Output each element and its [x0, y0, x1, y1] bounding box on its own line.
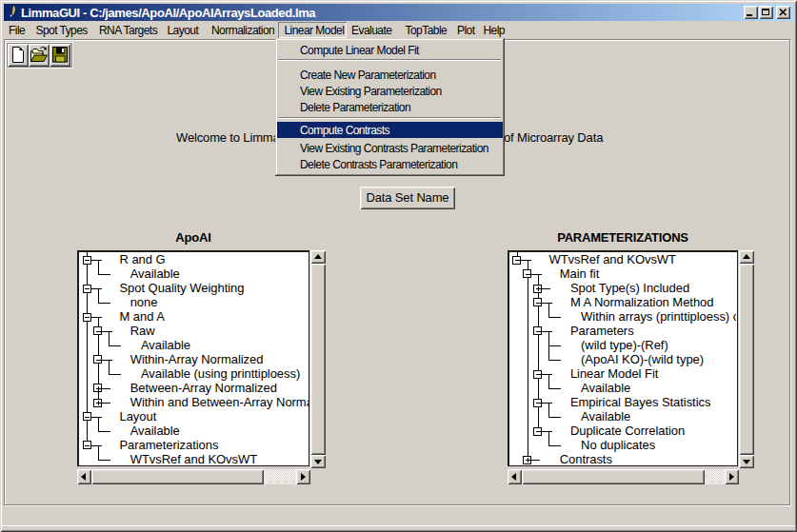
svg-text:M and A: M and A — [120, 309, 166, 324]
svg-text:Empirical Bayes Statistics: Empirical Bayes Statistics — [570, 395, 711, 409]
svg-text:none: none — [130, 295, 158, 309]
svg-text:(wild type)-(Ref): (wild type)-(Ref) — [581, 338, 668, 352]
svg-text:(ApoAI KO)-(wild type): (ApoAI KO)-(wild type) — [581, 352, 704, 366]
svg-text:Within-Array Normalized: Within-Array Normalized — [130, 352, 264, 366]
svg-text:Duplicate Correlation: Duplicate Correlation — [570, 424, 685, 438]
svg-text:Within and Between-Array Norma: Within and Between-Array Normalized — [130, 395, 309, 409]
svg-text:Within arrays (printtiploess): Within arrays (printtiploess) only — [581, 309, 736, 324]
svg-text:Layout: Layout — [120, 409, 157, 424]
svg-text:Spot Quality Weighting: Spot Quality Weighting — [120, 281, 245, 295]
svg-text:Parameterizations: Parameterizations — [120, 438, 219, 452]
svg-text:Available: Available — [130, 424, 180, 438]
svg-text:WTvsRef and KOvsWT: WTvsRef and KOvsWT — [549, 252, 677, 266]
svg-text:Contrasts: Contrasts — [560, 452, 613, 465]
svg-text:Spot Type(s) Included: Spot Type(s) Included — [570, 281, 689, 295]
svg-text:M A Normalization Method: M A Normalization Method — [570, 295, 714, 309]
svg-text:Raw: Raw — [130, 324, 156, 338]
svg-text:Available: Available — [581, 381, 630, 395]
svg-text:Linear Model Fit: Linear Model Fit — [570, 366, 659, 381]
svg-text:Main fit: Main fit — [560, 266, 600, 281]
svg-text:Available: Available — [141, 338, 190, 352]
svg-text:Available: Available — [581, 409, 630, 424]
svg-text:WTvsRef and KOvsWT: WTvsRef and KOvsWT — [130, 452, 258, 465]
svg-text:Available: Available — [130, 266, 180, 281]
svg-text:R and G: R and G — [120, 252, 166, 266]
svg-text:Parameters: Parameters — [570, 324, 634, 338]
svg-text:Available (using printtiploess: Available (using printtiploess) — [141, 366, 300, 381]
svg-text:Between-Array Normalized: Between-Array Normalized — [130, 381, 277, 395]
svg-text:No duplicates: No duplicates — [581, 438, 656, 452]
